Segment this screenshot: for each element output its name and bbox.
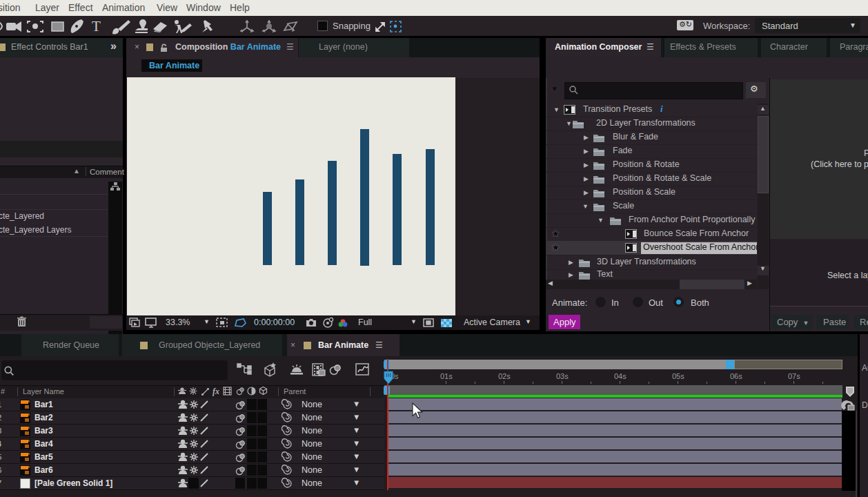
svg-text:fx: fx <box>213 387 219 396</box>
svg-text:T: T <box>92 18 101 35</box>
